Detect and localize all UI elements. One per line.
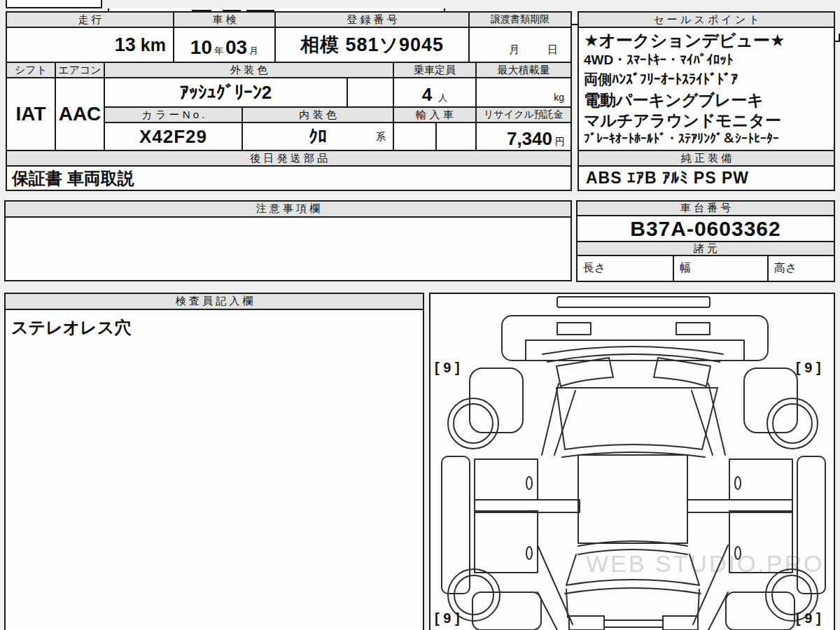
sales-point-line: 4WD・ｽﾏｰﾄｷｰ・ﾏｲﾊﾟｲﾛｯﾄ xyxy=(579,52,834,71)
shift-value: IAT xyxy=(15,103,46,125)
max-load-label: 最大積載量 xyxy=(498,64,550,77)
spec-length-cell: 長さ xyxy=(576,255,674,282)
max-load-header: 最大積載量 xyxy=(475,62,572,78)
car-top-view-diagram xyxy=(432,295,835,630)
color-no-label: カ ラ ー N o . xyxy=(142,108,205,122)
notes-label: 注 意 事 項 欄 xyxy=(256,202,321,216)
aircon-header: エアコン xyxy=(55,62,105,78)
recycle-deposit-header: リサイクル預託金 xyxy=(475,106,572,123)
later-parts-label: 後 日 発 送 部 品 xyxy=(250,152,328,165)
genuine-equipment-value-cell: ABS ｴｱB ｱﾙﾐ PS PW xyxy=(578,165,835,191)
mileage-value: 13 xyxy=(115,34,136,56)
spec-width-label: 幅 xyxy=(680,261,691,276)
aircon-value-cell: AAC xyxy=(55,77,105,151)
import-header: 輸 入 車 xyxy=(393,106,477,123)
capacity-value: 4 xyxy=(422,84,432,106)
inspection-month-suffix: 月 xyxy=(249,45,258,57)
chassis-number-value-cell: B37A-0603362 xyxy=(576,215,835,242)
max-load-unit: kg xyxy=(554,92,564,103)
transfer-deadline-label: 譲渡書類期限 xyxy=(491,13,550,26)
headlight-right xyxy=(676,323,710,335)
registration-value: 相模 581ソ9045 xyxy=(300,32,444,57)
sales-point-line: ★オークションデビュー★ xyxy=(579,28,834,52)
side-sill-left xyxy=(442,456,470,594)
front-fender-left xyxy=(470,368,523,433)
color-no-header: カ ラ ー N o . xyxy=(104,106,243,123)
inspector-notes-body: ステレオレス穴 xyxy=(4,309,424,630)
side-sill-right xyxy=(797,456,825,594)
spec-width-cell: 幅 xyxy=(673,255,769,282)
notes-body xyxy=(4,216,572,281)
sales-points-header: セ ー ル ス ポ イ ン ト xyxy=(578,11,835,28)
deadline-month-label: 月 xyxy=(509,43,519,57)
sales-point-line: ﾌﾞﾚｰｷｵｰﾄﾎｰﾙﾄﾞ・ｽﾃｱﾘﾝｸﾞ＆ｼｰﾄﾋｰﾀｰ xyxy=(579,132,834,150)
sales-points-body: ★オークションデビュー★ 4WD・ｽﾏｰﾄｷｰ・ﾏｲﾊﾟｲﾛｯﾄ 両側ﾊﾝｽﾞﾌ… xyxy=(578,27,835,151)
specs-header: 諸 元 xyxy=(576,241,835,256)
chassis-number-label: 車 台 番 号 xyxy=(680,202,732,215)
chassis-number-header: 車 台 番 号 xyxy=(576,200,835,216)
recycle-deposit-label: リサイクル預託金 xyxy=(484,108,564,121)
shift-value-cell: IAT xyxy=(6,77,56,151)
front-roof-bar xyxy=(557,297,710,307)
sales-points-label: セ ー ル ス ポ イ ン ト xyxy=(653,13,760,27)
inspection-year: 10 xyxy=(190,36,212,59)
interior-color-value: ｸﾛ xyxy=(309,126,327,148)
wheel-front-right xyxy=(767,398,818,449)
mileage-value-cell: 13km xyxy=(6,27,174,63)
capacity-value-cell: 4人 xyxy=(393,77,477,108)
spec-height-label: 高さ xyxy=(774,261,797,276)
color-no-value-cell: X42F29 xyxy=(104,122,243,151)
deadline-day-label: 日 xyxy=(547,43,558,57)
sales-point-line: 両側ﾊﾝｽﾞﾌﾘｰｵｰﾄｽﾗｲﾄﾞﾄﾞｱ xyxy=(579,71,834,91)
aircon-value: AAC xyxy=(59,103,102,125)
car-diagram-box: WEB STUDIO.PRO xyxy=(429,293,835,630)
capacity-unit: 人 xyxy=(438,92,447,104)
headlight-left xyxy=(557,323,591,335)
interior-color-label: 内 装 色 xyxy=(299,108,336,122)
recycle-deposit-value: 7,340 xyxy=(507,128,552,150)
door-handle xyxy=(526,547,532,559)
exterior-color-header: 外 装 色 xyxy=(104,62,394,78)
genuine-equipment-value: ABS ｴｱB ｱﾙﾐ PS PW xyxy=(586,169,749,188)
interior-color-header: 内 装 色 xyxy=(241,106,394,123)
exterior-color-value-cell: ｱｯｼｭｸﾞﾘｰﾝ2 xyxy=(104,77,348,108)
sales-point-line: 電動パーキングブレーキ xyxy=(579,91,834,111)
recycle-deposit-unit: 円 xyxy=(555,136,565,148)
registration-header-label: 登 録 番 号 xyxy=(346,13,398,27)
import-value-cell-2 xyxy=(435,122,477,151)
cabin-roof xyxy=(578,455,687,554)
mileage-header-label: 走 行 xyxy=(78,13,102,27)
mileage-header: 走 行 xyxy=(6,11,174,28)
front-fender-right xyxy=(744,368,797,433)
capacity-header: 乗車定員 xyxy=(393,62,477,78)
genuine-equipment-label: 純 正 装 備 xyxy=(681,152,732,165)
later-parts-value: 保証書 車両取説 xyxy=(12,167,134,190)
door-handle xyxy=(735,477,741,489)
mileage-unit: km xyxy=(141,35,166,55)
wheel-front-left xyxy=(448,398,498,449)
spec-height-cell: 高さ xyxy=(767,255,835,282)
import-label: 輸 入 車 xyxy=(416,108,453,122)
rear-fender-right xyxy=(726,592,794,630)
transfer-deadline-value-cell: 月 日 xyxy=(468,27,572,63)
registration-value-cell: 相模 581ソ9045 xyxy=(274,27,470,63)
spec-length-label: 長さ xyxy=(583,261,606,276)
inspector-notes-value: ステレオレス穴 xyxy=(11,318,131,337)
specs-label: 諸 元 xyxy=(694,242,718,255)
color-no-value: X42F29 xyxy=(139,126,207,148)
recycle-deposit-value-cell: 7,340円 xyxy=(475,122,572,151)
shift-label: シフト xyxy=(15,64,47,77)
later-parts-header: 後 日 発 送 部 品 xyxy=(6,150,572,167)
import-value-cell-1 xyxy=(393,122,437,151)
doors-right xyxy=(687,459,792,573)
cropped-row-cell xyxy=(6,0,102,8)
capacity-label: 乗車定員 xyxy=(414,64,456,77)
exterior-color-label: 外 装 色 xyxy=(230,64,267,77)
shift-header: シフト xyxy=(6,62,56,78)
sales-point-line: マルチアラウンドモニター xyxy=(579,111,834,132)
genuine-equipment-header: 純 正 装 備 xyxy=(578,150,835,167)
inspection-year-suffix: 年 xyxy=(214,45,223,57)
inspection-month: 03 xyxy=(225,36,247,59)
inspection-value-cell: 10年 03月 xyxy=(173,27,276,63)
door-handle xyxy=(526,477,532,489)
